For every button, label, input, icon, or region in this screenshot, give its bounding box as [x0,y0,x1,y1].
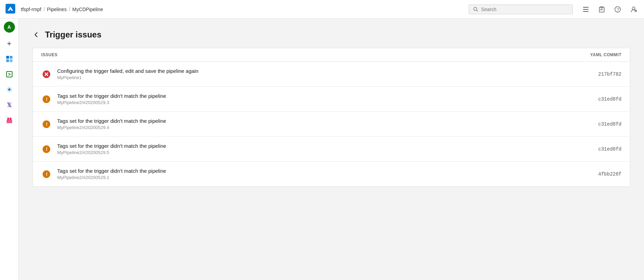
search-icon [473,7,478,12]
content-area: Trigger issues Issues YAML Commit Config… [19,19,644,280]
svg-rect-5 [583,11,589,12]
issue-subtitle: MyPipeline2/#20200529.5 [57,150,554,155]
warning-icon: ! [41,144,52,154]
user-settings-icon[interactable] [629,5,638,14]
svg-text:!: ! [46,121,48,127]
issue-subtitle: MyPipeline2/#20200529.1 [57,175,554,180]
svg-text:!: ! [46,146,48,152]
svg-rect-15 [10,56,12,59]
avatar[interactable]: A [4,22,15,33]
search-box[interactable] [469,5,573,14]
issue-title: Tags set for the trigger didn't match th… [57,143,554,149]
svg-text:!: ! [46,96,48,102]
back-button[interactable] [33,31,39,38]
sidebar-item-boards[interactable] [2,52,16,66]
topbar: tfspf-rmpf / Pipelines / MyCDPipeline [0,0,644,19]
issue-subtitle: MyPipeline2/#20200529.4 [57,125,554,130]
svg-line-2 [477,10,478,11]
svg-rect-4 [583,9,589,10]
sidebar-item-pipelines[interactable] [2,83,16,96]
issue-content: Configuring the trigger failed, edit and… [57,68,554,80]
col-issues-header: Issues [41,52,559,57]
sidebar-add-button[interactable]: + [2,37,16,51]
issue-content: Tags set for the trigger didn't match th… [57,118,554,130]
table-row: ! Tags set for the trigger didn't match … [33,137,630,162]
warning-icon: ! [41,169,52,179]
svg-rect-14 [6,56,9,59]
issue-subtitle: MyPipeline1 [57,75,554,80]
svg-rect-20 [7,120,12,123]
table-row: ! Tags set for the trigger didn't match … [33,162,630,186]
warning-icon: ! [41,119,52,129]
breadcrumb-pipeline[interactable]: MyCDPipeline [72,7,103,12]
page-header: Trigger issues [33,30,630,40]
issue-commit: 4fbb226f [559,171,621,177]
issue-commit: 217bf782 [559,71,621,77]
sidebar: A + [0,19,19,280]
warning-icon: ! [41,94,52,104]
svg-rect-8 [600,9,603,9]
issue-content: Tags set for the trigger didn't match th… [57,168,554,180]
svg-text:!: ! [46,171,48,177]
issue-subtitle: MyPipeline2/#20200529.3 [57,100,554,105]
main-layout: A + [0,19,644,280]
svg-text:?: ? [617,7,619,12]
table-header: Issues YAML Commit [33,48,630,62]
app-logo[interactable] [6,4,18,15]
issue-commit: c31ed8fd [559,146,621,152]
issue-title: Tags set for the trigger didn't match th… [57,93,554,99]
issue-title: Configuring the trigger failed, edit and… [57,68,554,74]
table-row: ! Tags set for the trigger didn't match … [33,112,630,137]
error-icon [41,69,52,79]
issue-title: Tags set for the trigger didn't match th… [57,168,554,174]
svg-rect-18 [7,71,12,77]
sidebar-item-repos[interactable] [2,67,16,81]
issue-commit: c31ed8fd [559,121,621,127]
breadcrumb: tfspf-rmpf / Pipelines / MyCDPipeline [21,6,103,12]
page-title: Trigger issues [45,30,102,40]
issue-commit: c31ed8fd [559,96,621,102]
separator-2: / [69,6,70,12]
help-icon[interactable]: ? [613,5,623,14]
breadcrumb-org[interactable]: tfspf-rmpf [21,7,41,12]
svg-rect-16 [6,59,9,62]
topbar-actions: ? [581,5,638,14]
svg-rect-17 [10,59,12,62]
search-input[interactable] [481,7,568,12]
issue-content: Tags set for the trigger didn't match th… [57,143,554,155]
sidebar-item-testplans[interactable] [2,98,16,112]
issues-table: Issues YAML Commit Configuring the trigg… [33,48,630,187]
table-row: ! Tags set for the trigger didn't match … [33,87,630,112]
svg-rect-3 [583,7,589,8]
issue-content: Tags set for the trigger didn't match th… [57,93,554,105]
breadcrumb-pipelines[interactable]: Pipelines [47,7,67,12]
svg-rect-9 [600,10,602,10]
issue-title: Tags set for the trigger didn't match th… [57,118,554,124]
sidebar-item-artifacts[interactable] [2,113,16,127]
separator-1: / [43,6,45,12]
clipboard-icon[interactable] [597,5,607,14]
notifications-icon[interactable] [581,5,591,14]
svg-point-12 [632,7,635,10]
table-row: Configuring the trigger failed, edit and… [33,62,630,87]
col-yaml-header: YAML Commit [559,52,621,57]
